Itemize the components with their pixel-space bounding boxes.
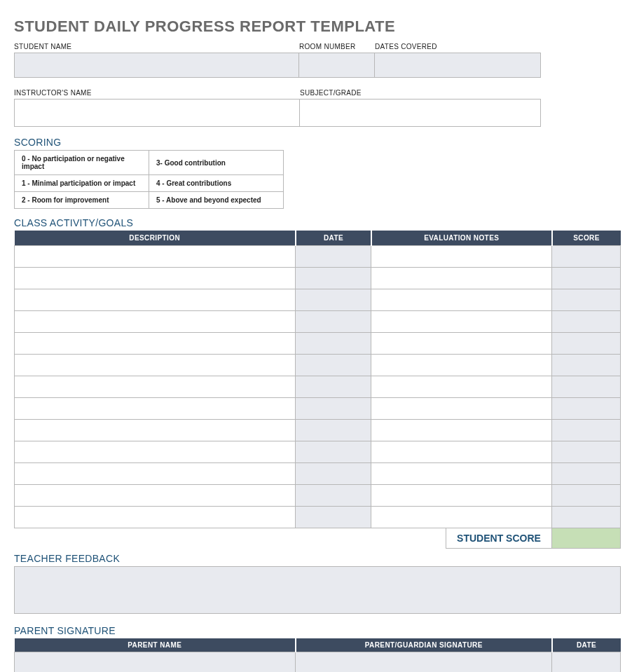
activity-score-cell[interactable] [552, 398, 621, 420]
activity-date-cell[interactable] [296, 246, 371, 268]
activity-date-cell[interactable] [296, 463, 371, 485]
activity-score-cell[interactable] [552, 420, 621, 441]
activity-description-cell[interactable] [15, 289, 296, 311]
parent-signature-table: PARENT NAME PARENT/GUARDIAN SIGNATURE DA… [14, 638, 621, 672]
parent-signature-header: PARENT SIGNATURE [14, 625, 625, 636]
activity-notes-cell[interactable] [371, 376, 552, 398]
student-name-input[interactable] [14, 53, 299, 78]
table-row [15, 289, 621, 311]
scoring-cell: 0 - No participation or negative impact [15, 151, 149, 175]
activity-date-cell[interactable] [296, 333, 371, 355]
table-row [15, 268, 621, 289]
subject-grade-input[interactable] [300, 99, 541, 127]
activity-notes-cell[interactable] [371, 507, 552, 528]
scoring-cell: 1 - Minimal participation or impact [15, 175, 149, 192]
feedback-header: TEACHER FEEDBACK [14, 553, 625, 564]
col-description-header: DESCRIPTION [15, 231, 296, 246]
parent-date-input[interactable] [552, 652, 621, 673]
table-row [15, 398, 621, 420]
activity-notes-cell[interactable] [371, 485, 552, 507]
activity-date-cell[interactable] [296, 355, 371, 376]
activity-score-cell[interactable] [552, 268, 621, 289]
parent-signature-col-header: PARENT/GUARDIAN SIGNATURE [296, 638, 552, 652]
student-score-value [552, 528, 621, 549]
activity-description-cell[interactable] [15, 485, 296, 507]
feedback-input[interactable] [14, 566, 621, 614]
col-score-header: SCORE [552, 231, 621, 246]
activity-description-cell[interactable] [15, 398, 296, 420]
activity-date-cell[interactable] [296, 398, 371, 420]
student-score-row: STUDENT SCORE [14, 528, 625, 549]
table-row [15, 420, 621, 441]
header-fields-row-2: INSTRUCTOR'S NAME SUBJECT/GRADE [14, 86, 625, 127]
activity-score-cell[interactable] [552, 333, 621, 355]
activity-notes-cell[interactable] [371, 420, 552, 441]
activity-score-cell[interactable] [552, 463, 621, 485]
table-row [15, 507, 621, 528]
instructor-name-input[interactable] [14, 99, 300, 127]
student-name-field: STUDENT NAME [14, 43, 299, 78]
activity-notes-cell[interactable] [371, 355, 552, 376]
table-row [15, 463, 621, 485]
scoring-header: SCORING [14, 137, 625, 148]
parent-date-header: DATE [552, 638, 621, 652]
activity-date-cell[interactable] [296, 268, 371, 289]
activity-table: DESCRIPTION DATE EVALUATION NOTES SCORE [14, 231, 621, 528]
activity-score-cell[interactable] [552, 246, 621, 268]
student-score-label: STUDENT SCORE [446, 528, 552, 549]
activity-notes-cell[interactable] [371, 441, 552, 463]
dates-covered-input[interactable] [375, 53, 541, 78]
col-date-header: DATE [296, 231, 371, 246]
activity-score-cell[interactable] [552, 311, 621, 333]
activity-notes-cell[interactable] [371, 398, 552, 420]
activity-description-cell[interactable] [15, 246, 296, 268]
parent-name-input[interactable] [15, 652, 296, 673]
activity-description-cell[interactable] [15, 441, 296, 463]
activity-header: CLASS ACTIVITY/GOALS [14, 217, 625, 228]
header-fields-row-1: STUDENT NAME ROOM NUMBER DATES COVERED [14, 43, 625, 78]
parent-name-header: PARENT NAME [15, 638, 296, 652]
activity-notes-cell[interactable] [371, 268, 552, 289]
activity-notes-cell[interactable] [371, 333, 552, 355]
parent-signature-input[interactable] [296, 652, 552, 673]
activity-date-cell[interactable] [296, 420, 371, 441]
student-name-label: STUDENT NAME [14, 43, 299, 53]
activity-description-cell[interactable] [15, 463, 296, 485]
subject-grade-field: SUBJECT/GRADE [300, 89, 541, 127]
activity-score-cell[interactable] [552, 355, 621, 376]
activity-score-cell[interactable] [552, 507, 621, 528]
table-row [15, 355, 621, 376]
activity-description-cell[interactable] [15, 507, 296, 528]
activity-date-cell[interactable] [296, 507, 371, 528]
activity-score-cell[interactable] [552, 376, 621, 398]
activity-date-cell[interactable] [296, 289, 371, 311]
activity-date-cell[interactable] [296, 441, 371, 463]
scoring-cell: 2 - Room for improvement [15, 192, 149, 209]
activity-score-cell[interactable] [552, 485, 621, 507]
activity-date-cell[interactable] [296, 485, 371, 507]
col-notes-header: EVALUATION NOTES [371, 231, 552, 246]
activity-date-cell[interactable] [296, 376, 371, 398]
activity-score-cell[interactable] [552, 289, 621, 311]
activity-notes-cell[interactable] [371, 246, 552, 268]
activity-notes-cell[interactable] [371, 311, 552, 333]
table-row [15, 376, 621, 398]
table-row [15, 333, 621, 355]
activity-description-cell[interactable] [15, 333, 296, 355]
activity-description-cell[interactable] [15, 420, 296, 441]
activity-date-cell[interactable] [296, 311, 371, 333]
table-row [15, 441, 621, 463]
activity-score-cell[interactable] [552, 441, 621, 463]
scoring-cell: 5 - Above and beyond expected [149, 192, 284, 209]
table-row [15, 485, 621, 507]
room-number-input[interactable] [299, 53, 375, 78]
page-title: STUDENT DAILY PROGRESS REPORT TEMPLATE [14, 18, 625, 36]
activity-description-cell[interactable] [15, 311, 296, 333]
activity-description-cell[interactable] [15, 355, 296, 376]
room-number-field: ROOM NUMBER [299, 43, 375, 78]
activity-notes-cell[interactable] [371, 463, 552, 485]
activity-notes-cell[interactable] [371, 289, 552, 311]
activity-description-cell[interactable] [15, 376, 296, 398]
instructor-name-field: INSTRUCTOR'S NAME [14, 89, 300, 127]
activity-description-cell[interactable] [15, 268, 296, 289]
